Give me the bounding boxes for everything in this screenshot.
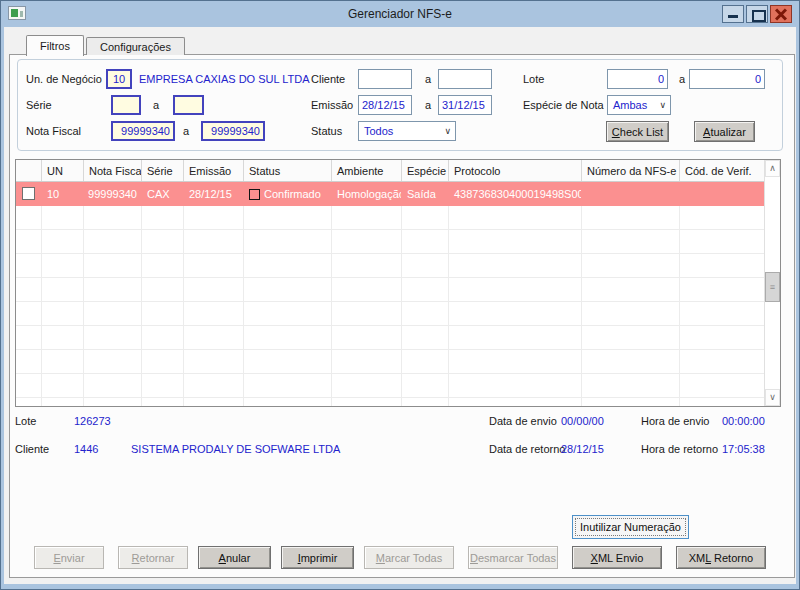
- column-header-select[interactable]: [16, 160, 42, 181]
- cell-serie: [142, 302, 184, 326]
- data-envio-value: 00/00/00: [561, 415, 604, 427]
- cell-serie: [142, 374, 184, 398]
- nota-fiscal-from-input[interactable]: [111, 121, 175, 141]
- status-select[interactable]: Todos ∨: [358, 121, 456, 141]
- vertical-scrollbar[interactable]: ∧ ≡ ∨: [764, 160, 780, 406]
- column-header-especie[interactable]: Espécie: [402, 160, 449, 181]
- row-select-cell: [16, 326, 42, 350]
- column-header-status[interactable]: Status: [244, 160, 332, 181]
- table-row[interactable]: 1099999340CAX28/12/15ConfirmadoHomologaç…: [16, 182, 764, 206]
- un-negocio-input[interactable]: [106, 69, 132, 89]
- maximize-icon[interactable]: [746, 5, 768, 23]
- action-anular[interactable]: Anular: [198, 546, 271, 569]
- cliente-from-input[interactable]: [358, 69, 412, 89]
- lote-to-input[interactable]: [689, 69, 765, 89]
- column-header-ambiente[interactable]: Ambiente: [332, 160, 402, 181]
- lote-info-value: 126273: [74, 415, 111, 427]
- cell-status: [244, 350, 332, 374]
- action-xml-envio[interactable]: XML Envio: [572, 546, 662, 569]
- cliente-to-input[interactable]: [438, 69, 492, 89]
- cell-cod_verif: [680, 302, 764, 326]
- cell-especie: Saída: [402, 182, 449, 206]
- cell-especie: [402, 374, 449, 398]
- cell-un: 10: [42, 182, 84, 206]
- cell-especie: [402, 398, 449, 406]
- action-imprimir[interactable]: Imprimir: [281, 546, 354, 569]
- cell-serie: [142, 278, 184, 302]
- cell-ambiente: [332, 374, 402, 398]
- cell-serie: [142, 398, 184, 406]
- un-negocio-company: EMPRESA CAXIAS DO SUL LTDA: [139, 73, 310, 85]
- cell-numero_nfse: [582, 326, 680, 350]
- cell-emissao: 28/12/15: [184, 182, 244, 206]
- column-header-cod_verif[interactable]: Cód. de Verif.: [680, 160, 764, 181]
- cell-numero_nfse: [582, 278, 680, 302]
- status-confirmed-checkbox[interactable]: [249, 189, 260, 200]
- cell-un: [42, 374, 84, 398]
- cell-serie: [142, 206, 184, 230]
- cell-emissao: [184, 230, 244, 254]
- cell-emissao: [184, 374, 244, 398]
- action-xml-retorno[interactable]: XML Retorno: [676, 546, 766, 569]
- scrollbar-thumb[interactable]: ≡: [765, 272, 780, 302]
- close-icon[interactable]: [770, 5, 792, 23]
- cell-especie: [402, 350, 449, 374]
- row-select-cell: [16, 278, 42, 302]
- emissao-from-input[interactable]: [358, 95, 412, 115]
- cell-serie: [142, 254, 184, 278]
- lote-from-input[interactable]: [607, 69, 668, 89]
- nota-fiscal-to-input[interactable]: [201, 121, 265, 141]
- cell-ambiente: [332, 230, 402, 254]
- cell-especie: [402, 230, 449, 254]
- titlebar: Gerenciador NFS-e: [1, 1, 799, 27]
- especie-de-nota-value: Ambas: [613, 99, 647, 111]
- minimize-icon[interactable]: [722, 5, 744, 23]
- cell-un: [42, 230, 84, 254]
- cell-status: [244, 206, 332, 230]
- cell-especie: [402, 206, 449, 230]
- column-header-un[interactable]: UN: [42, 160, 84, 181]
- tab-configuracoes[interactable]: Configurações: [86, 37, 185, 55]
- cell-un: [42, 206, 84, 230]
- data-retorno-value: 28/12/15: [561, 443, 604, 455]
- column-header-serie[interactable]: Série: [142, 160, 184, 181]
- cell-numero_nfse: [582, 374, 680, 398]
- scroll-up-icon[interactable]: ∧: [765, 160, 780, 177]
- grid-header: UNNota FiscalSérieEmissãoStatusAmbienteE…: [16, 160, 764, 182]
- check-list-button[interactable]: Check List: [606, 121, 669, 142]
- column-header-numero_nfse[interactable]: Número da NFS-e: [582, 160, 680, 181]
- column-header-nota_fiscal[interactable]: Nota Fiscal: [84, 160, 142, 181]
- cell-cod_verif: [680, 374, 764, 398]
- cell-nota_fiscal: [84, 302, 142, 326]
- un-negocio-label: Un. de Negócio: [26, 73, 102, 85]
- row-select-cell: [16, 302, 42, 326]
- status-select-value: Todos: [364, 125, 393, 137]
- cell-ambiente: [332, 350, 402, 374]
- scroll-down-icon[interactable]: ∨: [765, 389, 780, 406]
- column-header-emissao[interactable]: Emissão: [184, 160, 244, 181]
- inutilizar-numeracao-button[interactable]: Inutilizar Numeração: [572, 515, 689, 539]
- empty-table-row: [16, 350, 764, 374]
- empty-table-row: [16, 326, 764, 350]
- chevron-down-icon: ∨: [444, 126, 451, 136]
- empty-table-row: [16, 278, 764, 302]
- tab-filtros[interactable]: Filtros: [26, 35, 84, 56]
- cell-especie: [402, 302, 449, 326]
- cell-protocolo: [449, 374, 582, 398]
- empty-table-row: [16, 374, 764, 398]
- cell-protocolo: [449, 398, 582, 406]
- cell-nota_fiscal: [84, 374, 142, 398]
- especie-de-nota-select[interactable]: Ambas ∨: [607, 95, 671, 115]
- action-retornar: Retornar: [118, 546, 188, 569]
- cell-ambiente: [332, 302, 402, 326]
- serie-to-input[interactable]: [173, 95, 204, 115]
- serie-from-input[interactable]: [111, 95, 141, 115]
- cell-serie: CAX: [142, 182, 184, 206]
- row-select-cell: [16, 182, 42, 206]
- column-header-protocolo[interactable]: Protocolo: [449, 160, 582, 181]
- emissao-to-input[interactable]: [438, 95, 492, 115]
- cell-cod_verif: [680, 278, 764, 302]
- hora-envio-value: 00:00:00: [722, 415, 765, 427]
- row-select-checkbox[interactable]: [22, 187, 35, 200]
- atualizar-button[interactable]: Atualizar: [694, 121, 755, 142]
